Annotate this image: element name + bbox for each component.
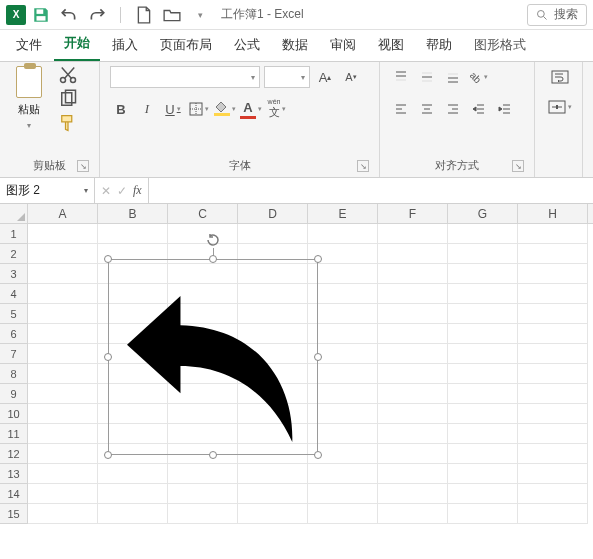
cell[interactable] [308, 284, 378, 304]
decrease-indent-icon[interactable] [468, 98, 490, 120]
cell[interactable] [378, 264, 448, 284]
cell[interactable] [518, 264, 588, 284]
cell[interactable] [308, 424, 378, 444]
decrease-font-icon[interactable]: A▾ [340, 66, 362, 88]
cell[interactable] [518, 304, 588, 324]
cell[interactable] [168, 464, 238, 484]
phonetic-guide-button[interactable]: wén文▾ [266, 98, 288, 120]
cell[interactable] [308, 304, 378, 324]
cell[interactable] [168, 224, 238, 244]
cell[interactable] [448, 324, 518, 344]
cell[interactable] [28, 304, 98, 324]
column-header[interactable]: E [308, 204, 378, 223]
cell[interactable] [308, 324, 378, 344]
cell[interactable] [308, 384, 378, 404]
cell[interactable] [28, 444, 98, 464]
cell[interactable] [308, 264, 378, 284]
cell[interactable] [518, 504, 588, 524]
rotate-handle-icon[interactable] [205, 232, 221, 248]
row-header[interactable]: 11 [0, 424, 28, 444]
cell[interactable] [518, 444, 588, 464]
cell[interactable] [98, 504, 168, 524]
row-header[interactable]: 6 [0, 324, 28, 344]
cell[interactable] [448, 244, 518, 264]
tab-视图[interactable]: 视图 [368, 30, 414, 61]
underline-button[interactable]: U▾ [162, 98, 184, 120]
cell[interactable] [448, 464, 518, 484]
cell[interactable] [98, 464, 168, 484]
curved-left-arrow-shape[interactable] [127, 294, 302, 444]
cell[interactable] [28, 264, 98, 284]
cell[interactable] [378, 284, 448, 304]
cut-icon[interactable] [58, 66, 78, 84]
resize-handle-e[interactable] [314, 353, 322, 361]
paste-button[interactable]: 粘贴 ▾ [10, 66, 48, 130]
cell[interactable] [518, 424, 588, 444]
cell[interactable] [448, 504, 518, 524]
cell[interactable] [448, 304, 518, 324]
cell[interactable] [378, 504, 448, 524]
column-header[interactable]: H [518, 204, 588, 223]
cell[interactable] [168, 484, 238, 504]
cell[interactable] [378, 324, 448, 344]
increase-indent-icon[interactable] [494, 98, 516, 120]
column-header[interactable]: D [238, 204, 308, 223]
cell[interactable] [448, 364, 518, 384]
cell[interactable] [378, 364, 448, 384]
cell[interactable] [518, 404, 588, 424]
cell[interactable] [308, 464, 378, 484]
row-header[interactable]: 2 [0, 244, 28, 264]
cell[interactable] [28, 284, 98, 304]
cell[interactable] [448, 264, 518, 284]
row-header[interactable]: 1 [0, 224, 28, 244]
format-painter-icon[interactable] [58, 114, 78, 132]
cell[interactable] [518, 364, 588, 384]
cell[interactable] [378, 224, 448, 244]
cell[interactable] [518, 224, 588, 244]
cell[interactable] [28, 244, 98, 264]
column-header[interactable]: B [98, 204, 168, 223]
italic-button[interactable]: I [136, 98, 158, 120]
row-header[interactable]: 14 [0, 484, 28, 504]
name-box[interactable]: 图形 2 ▾ [0, 178, 95, 203]
cell[interactable] [28, 404, 98, 424]
cell[interactable] [308, 504, 378, 524]
cell[interactable] [518, 484, 588, 504]
cell[interactable] [448, 424, 518, 444]
cell[interactable] [28, 424, 98, 444]
cell[interactable] [448, 224, 518, 244]
cell[interactable] [98, 484, 168, 504]
shape-selection-frame[interactable] [108, 259, 318, 455]
tab-页面布局[interactable]: 页面布局 [150, 30, 222, 61]
cell[interactable] [28, 504, 98, 524]
cell[interactable] [378, 344, 448, 364]
undo-icon[interactable] [60, 6, 78, 24]
align-right-icon[interactable] [442, 98, 464, 120]
tab-数据[interactable]: 数据 [272, 30, 318, 61]
cancel-formula-icon[interactable]: ✕ [101, 184, 111, 198]
resize-handle-ne[interactable] [314, 255, 322, 263]
align-center-icon[interactable] [416, 98, 438, 120]
column-header[interactable]: F [378, 204, 448, 223]
merge-cells-icon[interactable]: ▾ [545, 96, 575, 118]
orientation-icon[interactable]: ab▾ [468, 66, 490, 88]
resize-handle-se[interactable] [314, 451, 322, 459]
enter-formula-icon[interactable]: ✓ [117, 184, 127, 198]
tab-帮助[interactable]: 帮助 [416, 30, 462, 61]
cell[interactable] [448, 404, 518, 424]
wrap-text-icon[interactable] [545, 66, 575, 88]
cell[interactable] [518, 384, 588, 404]
cell[interactable] [448, 444, 518, 464]
cell[interactable] [518, 244, 588, 264]
tab-审阅[interactable]: 审阅 [320, 30, 366, 61]
select-all-corner[interactable] [0, 204, 28, 223]
column-header[interactable]: G [448, 204, 518, 223]
cell[interactable] [448, 384, 518, 404]
align-bottom-icon[interactable] [442, 66, 464, 88]
fill-color-button[interactable]: ▾ [214, 98, 236, 120]
row-header[interactable]: 4 [0, 284, 28, 304]
row-header[interactable]: 7 [0, 344, 28, 364]
cell[interactable] [28, 384, 98, 404]
font-name-combo[interactable]: ▾ [110, 66, 260, 88]
font-size-combo[interactable]: ▾ [264, 66, 310, 88]
